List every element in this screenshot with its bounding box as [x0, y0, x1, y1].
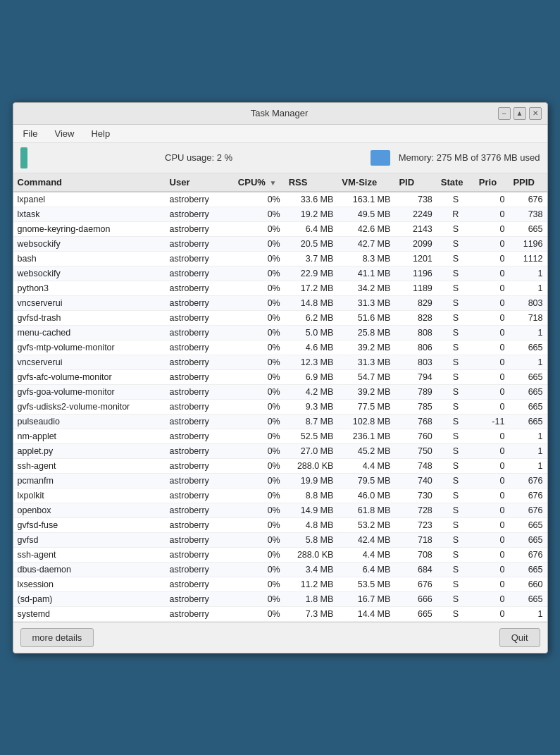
column-ppid[interactable]: PPID — [509, 173, 547, 192]
maximize-button[interactable]: ▲ — [514, 107, 526, 120]
table-row[interactable]: systemd astroberry 0% 7.3 MB 14.4 MB 665… — [13, 606, 547, 621]
menu-help[interactable]: Help — [87, 127, 114, 140]
menu-view[interactable]: View — [50, 127, 78, 140]
table-row[interactable]: websockify astroberry 0% 22.9 MB 41.1 MB… — [13, 266, 547, 281]
cell-prio: 0 — [475, 473, 509, 488]
table-row[interactable]: dbus-daemon astroberry 0% 3.4 MB 6.4 MB … — [13, 562, 547, 577]
table-row[interactable]: nm-applet astroberry 0% 52.5 MB 236.1 MB… — [13, 429, 547, 443]
cell-prio: 0 — [475, 503, 509, 517]
table-row[interactable]: python3 astroberry 0% 17.2 MB 34.2 MB 11… — [13, 281, 547, 295]
cell-vmsize: 102.8 MB — [337, 414, 394, 429]
table-row[interactable]: bash astroberry 0% 3.7 MB 8.3 MB 1201 S … — [13, 251, 547, 266]
cell-ppid: 665 — [509, 221, 547, 236]
cell-pid: 760 — [394, 429, 436, 443]
cell-prio: 0 — [475, 340, 509, 355]
cell-rss: 14.9 MB — [285, 503, 338, 517]
column-prio[interactable]: Prio — [475, 173, 509, 192]
cell-vmsize: 49.5 MB — [337, 207, 394, 221]
table-row[interactable]: lxpolkit astroberry 0% 8.8 MB 46.0 MB 73… — [13, 488, 547, 503]
table-row[interactable]: gvfs-goa-volume-monitor astroberry 0% 4.… — [13, 384, 547, 399]
cell-vmsize: 31.3 MB — [337, 355, 394, 369]
column-command[interactable]: Command — [13, 173, 166, 192]
table-row[interactable]: pcmanfm astroberry 0% 19.9 MB 79.5 MB 74… — [13, 473, 547, 488]
cell-rss: 19.2 MB — [285, 207, 338, 221]
table-row[interactable]: lxpanel astroberry 0% 33.6 MB 163.1 MB 7… — [13, 192, 547, 207]
column-cpu[interactable]: CPU% ▼ — [234, 173, 285, 192]
cell-cpu: 0% — [234, 414, 285, 429]
cell-cpu: 0% — [234, 399, 285, 414]
cell-prio: 0 — [475, 221, 509, 236]
memory-label: Memory: 275 MB of 3776 MB used — [399, 152, 540, 163]
cell-pid: 750 — [394, 443, 436, 458]
process-table-container[interactable]: Command User CPU% ▼ RSS VM-Size — [13, 173, 547, 622]
cell-state: S — [437, 399, 475, 414]
table-row[interactable]: ssh-agent astroberry 0% 288.0 KB 4.4 MB … — [13, 547, 547, 562]
cell-ppid: 676 — [509, 488, 547, 503]
cell-pid: 1196 — [394, 266, 436, 281]
close-button[interactable]: ✕ — [529, 107, 542, 120]
table-row[interactable]: gvfs-udisks2-volume-monitor astroberry 0… — [13, 399, 547, 414]
cell-cpu: 0% — [234, 355, 285, 369]
cell-pid: 1189 — [394, 281, 436, 295]
table-row[interactable]: (sd-pam) astroberry 0% 1.8 MB 16.7 MB 66… — [13, 591, 547, 606]
cell-rss: 8.7 MB — [285, 414, 338, 429]
column-state[interactable]: State — [437, 173, 475, 192]
table-row[interactable]: menu-cached astroberry 0% 5.0 MB 25.8 MB… — [13, 325, 547, 340]
cell-state: S — [437, 310, 475, 325]
cell-state: S — [437, 562, 475, 577]
cell-user: astroberry — [166, 384, 234, 399]
table-row[interactable]: openbox astroberry 0% 14.9 MB 61.8 MB 72… — [13, 503, 547, 517]
cell-cpu: 0% — [234, 340, 285, 355]
cell-state: S — [437, 221, 475, 236]
table-row[interactable]: gvfsd-fuse astroberry 0% 4.8 MB 53.2 MB … — [13, 517, 547, 532]
quit-button[interactable]: Quit — [499, 628, 540, 647]
column-rss[interactable]: RSS — [285, 173, 338, 192]
table-row[interactable]: gnome-keyring-daemon astroberry 0% 6.4 M… — [13, 221, 547, 236]
cell-prio: 0 — [475, 295, 509, 310]
table-row[interactable]: pulseaudio astroberry 0% 8.7 MB 102.8 MB… — [13, 414, 547, 429]
table-body: lxpanel astroberry 0% 33.6 MB 163.1 MB 7… — [13, 192, 547, 622]
menu-file[interactable]: File — [19, 127, 42, 140]
cell-state: S — [437, 473, 475, 488]
cell-ppid: 665 — [509, 591, 547, 606]
menu-bar: File View Help — [13, 125, 547, 143]
cell-vmsize: 54.7 MB — [337, 369, 394, 384]
cell-vmsize: 4.4 MB — [337, 458, 394, 473]
table-row[interactable]: lxsession astroberry 0% 11.2 MB 53.5 MB … — [13, 577, 547, 591]
column-vmsize[interactable]: VM-Size — [337, 173, 394, 192]
cell-command: ssh-agent — [13, 458, 166, 473]
table-row[interactable]: gvfsd-trash astroberry 0% 6.2 MB 51.6 MB… — [13, 310, 547, 325]
more-details-button[interactable]: more details — [20, 628, 94, 647]
cell-user: astroberry — [166, 606, 234, 621]
cell-state: S — [437, 532, 475, 547]
table-row[interactable]: gvfsd astroberry 0% 5.8 MB 42.4 MB 718 S… — [13, 532, 547, 547]
cell-user: astroberry — [166, 503, 234, 517]
minimize-button[interactable]: – — [498, 107, 511, 120]
cell-state: S — [437, 517, 475, 532]
table-row[interactable]: applet.py astroberry 0% 27.0 MB 45.2 MB … — [13, 443, 547, 458]
table-row[interactable]: ssh-agent astroberry 0% 288.0 KB 4.4 MB … — [13, 458, 547, 473]
column-pid[interactable]: PID — [394, 173, 436, 192]
cell-rss: 12.3 MB — [285, 355, 338, 369]
cell-user: astroberry — [166, 369, 234, 384]
table-row[interactable]: vncserverui astroberry 0% 12.3 MB 31.3 M… — [13, 355, 547, 369]
cell-ppid: 738 — [509, 207, 547, 221]
cell-vmsize: 6.4 MB — [337, 562, 394, 577]
table-row[interactable]: vncserverui astroberry 0% 14.8 MB 31.3 M… — [13, 295, 547, 310]
cell-prio: 0 — [475, 429, 509, 443]
table-row[interactable]: gvfs-afc-volume-monitor astroberry 0% 6.… — [13, 369, 547, 384]
process-table: Command User CPU% ▼ RSS VM-Size — [13, 173, 547, 622]
cell-ppid: 1 — [509, 355, 547, 369]
table-row[interactable]: lxtask astroberry 0% 19.2 MB 49.5 MB 224… — [13, 207, 547, 221]
table-row[interactable]: websockify astroberry 0% 20.5 MB 42.7 MB… — [13, 236, 547, 251]
cell-prio: 0 — [475, 192, 509, 207]
cell-user: astroberry — [166, 473, 234, 488]
cell-rss: 19.9 MB — [285, 473, 338, 488]
cell-prio: 0 — [475, 562, 509, 577]
table-row[interactable]: gvfs-mtp-volume-monitor astroberry 0% 4.… — [13, 340, 547, 355]
column-user[interactable]: User — [166, 173, 234, 192]
cell-cpu: 0% — [234, 192, 285, 207]
cell-pid: 789 — [394, 384, 436, 399]
cell-cpu: 0% — [234, 488, 285, 503]
cell-vmsize: 16.7 MB — [337, 591, 394, 606]
